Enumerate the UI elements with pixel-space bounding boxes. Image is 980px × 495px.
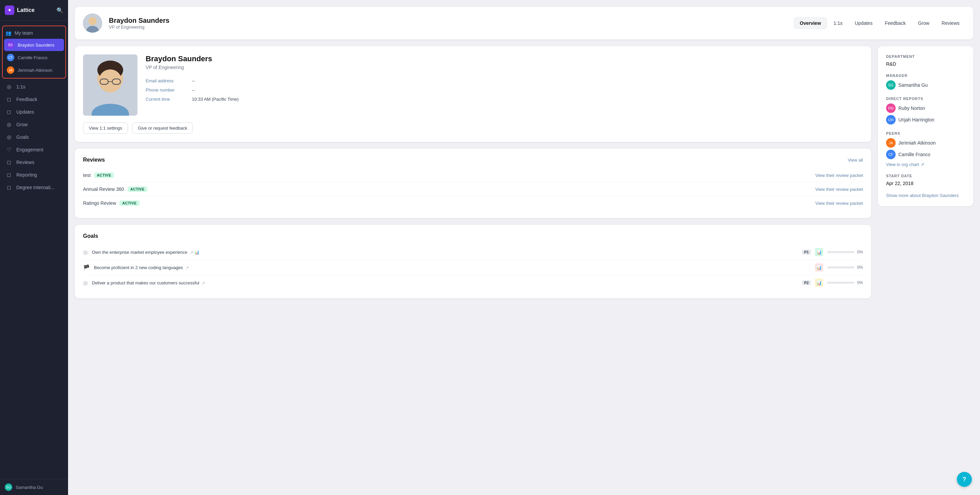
search-icon[interactable]: 🔍 [56,7,63,14]
department-section: DEPARTMENT R&D [886,54,965,67]
review-left-1: Annual Review 360 ACTIVE [83,186,147,192]
goal-icon-0: ◎ [83,249,88,256]
team-member-jerimiah-name: Jerimiah Atkinson [18,68,52,73]
goal-row-2: ◎ Deliver a product that makes our custo… [83,275,863,290]
avatar-peer-jerimiah: JA [886,138,896,148]
reviews-card: Reviews View all test ACTIVE View their … [75,149,871,218]
start-date-label: START DATE [886,174,965,178]
review-action-2[interactable]: View their review packet [815,201,863,206]
goal-status-icon-0: 📊 [815,248,823,256]
updates-icon: ◻ [7,109,13,115]
goal-priority-2: P2 [802,280,811,285]
my-team-label: My team [14,30,33,36]
svg-point-6 [99,69,122,92]
review-action-1[interactable]: View their review packet [815,187,863,192]
sidebar-item-engagement[interactable]: ♡ Engagement [2,143,66,156]
sidebar-item-feedback[interactable]: ◻ Feedback [2,93,66,105]
show-more-link[interactable]: Show more about Braydon Saunders [886,193,965,198]
phone-value: -- [192,88,195,92]
degree-icon: ◻ [7,185,13,191]
department-label: DEPARTMENT [886,54,965,59]
reporting-icon: ◻ [7,172,13,178]
my-team-header: 👥 My team [3,27,65,38]
start-date-value: Apr 22, 2018 [886,181,965,186]
1on1s-icon: ◎ [7,84,13,90]
sidebar-label-updates: Updates [16,109,34,115]
review-badge-2: ACTIVE [119,201,139,206]
sidebar-item-reporting[interactable]: ◻ Reporting [2,169,66,181]
review-row-2: Ratings Review ACTIVE View their review … [83,196,863,210]
peer-jerimiah-name: Jerimiah Atkinson [898,140,936,146]
peer-jerimiah: JA Jerimiah Atkinson [886,138,965,148]
give-request-feedback-button[interactable]: Give or request feedback [132,123,193,134]
avatar-ruby: RN [886,103,896,113]
help-button[interactable]: ? [957,472,972,487]
goal-row-1: 🏴 Become proficient in 2 new coding lang… [83,260,863,275]
sidebar-item-goals[interactable]: ◎ Goals [2,131,66,143]
team-member-camille[interactable]: CF Camille Franco [4,51,64,64]
peers-section: PEERS JA Jerimiah Atkinson CF Camille Fr… [886,131,965,167]
goal-icon-1: 🏴 [83,264,90,271]
tab-feedback[interactable]: Feedback [879,18,911,29]
email-label: Email address [146,78,186,83]
review-name-0: test [83,172,91,178]
sidebar-item-1on1s[interactable]: ◎ 1:1s [2,81,66,93]
review-name-1: Annual Review 360 [83,186,124,192]
review-left-2: Ratings Review ACTIVE [83,201,140,206]
manager-avatar: SG [886,80,896,90]
sidebar-item-updates[interactable]: ◻ Updates [2,106,66,118]
goals-section-title: Goals [83,233,98,239]
tab-overview[interactable]: Overview [794,18,827,29]
goal-name-0: Own the enterprise market employee exper… [92,250,798,255]
goal-pct-0: 0% [857,250,863,255]
manager-name: Samantha Gu [898,82,928,88]
sidebar-item-grow[interactable]: ◎ Grow [2,118,66,131]
direct-reports-label: DIRECT REPORTS [886,97,965,101]
sidebar-label-goals: Goals [16,134,29,140]
department-value: R&D [886,61,965,67]
direct-report-urijah: UH Urijah Harrington [886,115,965,124]
tab-updates[interactable]: Updates [850,18,878,29]
direct-reports-section: DIRECT REPORTS RN Ruby Norton UH Urijah … [886,97,965,124]
info-sidebar: DEPARTMENT R&D MANAGER SG Samantha Gu DI… [878,46,973,212]
tab-1on1s[interactable]: 1:1s [828,18,848,29]
sidebar-logo: ✦ Lattice [5,5,35,15]
team-member-braydon[interactable]: BS Braydon Saunders [4,39,64,51]
tab-grow[interactable]: Grow [913,18,935,29]
tab-reviews[interactable]: Reviews [936,18,965,29]
sidebar-header: ✦ Lattice 🔍 [0,0,68,21]
review-action-0[interactable]: View their review packet [815,173,863,178]
urijah-name: Urijah Harrington [898,117,934,123]
main-content: Braydon Saunders VP of Engineering Overv… [68,0,980,495]
reviews-section-title: Reviews [83,157,105,163]
view-1on1-settings-button[interactable]: View 1:1 settings [83,123,128,134]
grow-icon: ◎ [7,121,13,127]
goal-icon-2: ◎ [83,280,88,286]
email-value: -- [192,78,195,83]
user-avatar: SG [5,484,12,491]
goal-pct-1: 0% [857,265,863,270]
goals-icon: ◎ [7,134,13,140]
org-chart-link[interactable]: View in org chart ↗ [886,162,965,167]
direct-report-ruby: RN Ruby Norton [886,103,965,113]
profile-job-title: VP of Engineering [146,65,863,70]
reviews-view-all-link[interactable]: View all [848,158,863,162]
peer-camille-name: Camille Franco [898,152,930,157]
team-member-jerimiah[interactable]: JA Jerimiah Atkinson [4,64,64,76]
info-card: DEPARTMENT R&D MANAGER SG Samantha Gu DI… [878,46,973,206]
goal-progress-1: 0% [827,265,863,270]
team-section-box: 👥 My team BS Braydon Saunders CF Camille… [2,25,66,79]
review-badge-1: ACTIVE [127,186,147,192]
sidebar-item-degree[interactable]: ◻ Degree Internati... [2,181,66,194]
team-member-camille-name: Camille Franco [18,55,47,60]
email-field-row: Email address -- [146,78,863,83]
peers-label: PEERS [886,131,965,135]
profile-actions: View 1:1 settings Give or request feedba… [83,123,863,134]
time-field-row: Current time 10:33 AM (Pacific Time) [146,97,863,102]
sidebar-item-reviews[interactable]: ◻ Reviews [2,156,66,169]
goals-header: Goals [83,233,863,239]
sidebar-label-feedback: Feedback [16,97,37,102]
team-member-braydon-name: Braydon Saunders [18,43,54,48]
phone-label: Phone number [146,88,186,92]
sidebar-label-engagement: Engagement [16,147,43,153]
